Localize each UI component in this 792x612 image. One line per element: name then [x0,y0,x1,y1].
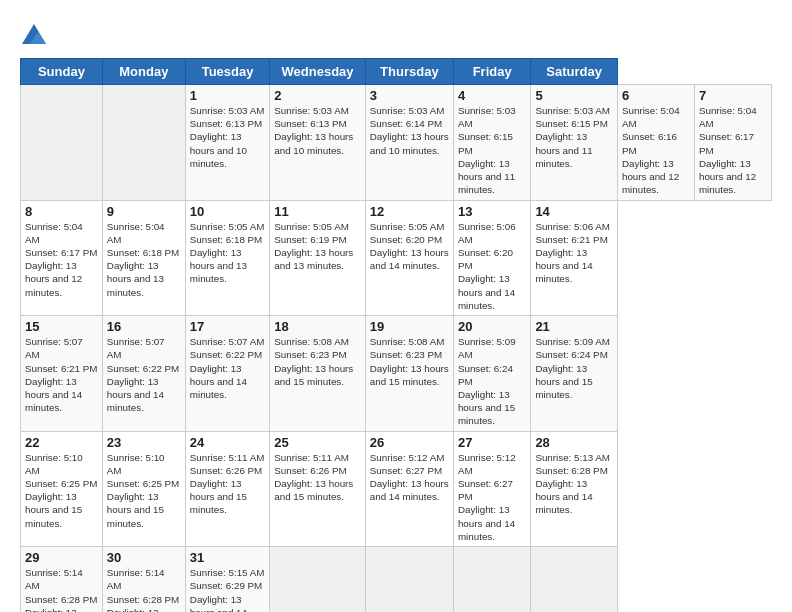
calendar-cell: 25Sunrise: 5:11 AMSunset: 6:26 PMDayligh… [270,431,366,547]
calendar-cell: 27Sunrise: 5:12 AMSunset: 6:27 PMDayligh… [453,431,530,547]
day-number: 4 [458,88,526,103]
day-number: 13 [458,204,526,219]
day-info: Sunrise: 5:08 AMSunset: 6:23 PMDaylight:… [370,335,449,388]
day-number: 16 [107,319,181,334]
calendar-body: 1Sunrise: 5:03 AMSunset: 6:13 PMDaylight… [21,85,772,613]
day-number: 28 [535,435,613,450]
day-info: Sunrise: 5:03 AMSunset: 6:15 PMDaylight:… [535,104,613,170]
calendar-cell: 23Sunrise: 5:10 AMSunset: 6:25 PMDayligh… [102,431,185,547]
day-number: 24 [190,435,265,450]
day-number: 20 [458,319,526,334]
calendar-cell [270,547,366,612]
day-number: 27 [458,435,526,450]
day-info: Sunrise: 5:03 AMSunset: 6:13 PMDaylight:… [274,104,361,157]
day-number: 21 [535,319,613,334]
day-number: 8 [25,204,98,219]
day-number: 17 [190,319,265,334]
calendar-cell: 14Sunrise: 5:06 AMSunset: 6:21 PMDayligh… [531,200,618,316]
calendar-cell: 29Sunrise: 5:14 AMSunset: 6:28 PMDayligh… [21,547,103,612]
day-number: 23 [107,435,181,450]
calendar-week-row: 22Sunrise: 5:10 AMSunset: 6:25 PMDayligh… [21,431,772,547]
calendar-cell: 30Sunrise: 5:14 AMSunset: 6:28 PMDayligh… [102,547,185,612]
calendar-week-row: 29Sunrise: 5:14 AMSunset: 6:28 PMDayligh… [21,547,772,612]
calendar-cell: 20Sunrise: 5:09 AMSunset: 6:24 PMDayligh… [453,316,530,432]
day-info: Sunrise: 5:11 AMSunset: 6:26 PMDaylight:… [190,451,265,517]
day-of-week-header: Thursday [365,59,453,85]
day-number: 25 [274,435,361,450]
day-info: Sunrise: 5:14 AMSunset: 6:28 PMDaylight:… [25,566,98,612]
day-info: Sunrise: 5:10 AMSunset: 6:25 PMDaylight:… [25,451,98,530]
calendar-cell [21,85,103,201]
logo [20,22,52,50]
calendar-cell: 26Sunrise: 5:12 AMSunset: 6:27 PMDayligh… [365,431,453,547]
day-number: 7 [699,88,767,103]
day-info: Sunrise: 5:09 AMSunset: 6:24 PMDaylight:… [535,335,613,401]
calendar-header: SundayMondayTuesdayWednesdayThursdayFrid… [21,59,772,85]
calendar-cell: 8Sunrise: 5:04 AMSunset: 6:17 PMDaylight… [21,200,103,316]
calendar-cell: 3Sunrise: 5:03 AMSunset: 6:14 PMDaylight… [365,85,453,201]
day-info: Sunrise: 5:03 AMSunset: 6:14 PMDaylight:… [370,104,449,157]
day-info: Sunrise: 5:07 AMSunset: 6:22 PMDaylight:… [107,335,181,414]
day-info: Sunrise: 5:03 AMSunset: 6:13 PMDaylight:… [190,104,265,170]
day-number: 14 [535,204,613,219]
calendar-cell: 6Sunrise: 5:04 AMSunset: 6:16 PMDaylight… [617,85,694,201]
calendar-cell: 11Sunrise: 5:05 AMSunset: 6:19 PMDayligh… [270,200,366,316]
calendar-cell: 10Sunrise: 5:05 AMSunset: 6:18 PMDayligh… [185,200,269,316]
calendar-cell: 15Sunrise: 5:07 AMSunset: 6:21 PMDayligh… [21,316,103,432]
calendar-cell [365,547,453,612]
day-number: 10 [190,204,265,219]
day-number: 19 [370,319,449,334]
day-info: Sunrise: 5:12 AMSunset: 6:27 PMDaylight:… [370,451,449,504]
day-number: 11 [274,204,361,219]
day-info: Sunrise: 5:05 AMSunset: 6:19 PMDaylight:… [274,220,361,273]
day-number: 31 [190,550,265,565]
day-of-week-header: Saturday [531,59,618,85]
calendar-cell: 31Sunrise: 5:15 AMSunset: 6:29 PMDayligh… [185,547,269,612]
day-info: Sunrise: 5:13 AMSunset: 6:28 PMDaylight:… [535,451,613,517]
calendar-cell: 2Sunrise: 5:03 AMSunset: 6:13 PMDaylight… [270,85,366,201]
day-of-week-header: Friday [453,59,530,85]
day-of-week-header: Monday [102,59,185,85]
calendar-cell: 9Sunrise: 5:04 AMSunset: 6:18 PMDaylight… [102,200,185,316]
calendar-cell [102,85,185,201]
calendar-week-row: 8Sunrise: 5:04 AMSunset: 6:17 PMDaylight… [21,200,772,316]
calendar-cell [531,547,618,612]
day-number: 15 [25,319,98,334]
calendar-cell: 22Sunrise: 5:10 AMSunset: 6:25 PMDayligh… [21,431,103,547]
calendar-week-row: 15Sunrise: 5:07 AMSunset: 6:21 PMDayligh… [21,316,772,432]
day-number: 2 [274,88,361,103]
day-number: 9 [107,204,181,219]
day-info: Sunrise: 5:07 AMSunset: 6:22 PMDaylight:… [190,335,265,401]
calendar-cell: 7Sunrise: 5:04 AMSunset: 6:17 PMDaylight… [694,85,771,201]
calendar-cell: 18Sunrise: 5:08 AMSunset: 6:23 PMDayligh… [270,316,366,432]
calendar-cell: 5Sunrise: 5:03 AMSunset: 6:15 PMDaylight… [531,85,618,201]
calendar-cell [453,547,530,612]
calendar-cell: 13Sunrise: 5:06 AMSunset: 6:20 PMDayligh… [453,200,530,316]
day-number: 26 [370,435,449,450]
calendar-cell: 4Sunrise: 5:03 AMSunset: 6:15 PMDaylight… [453,85,530,201]
logo-icon [20,22,48,50]
day-info: Sunrise: 5:04 AMSunset: 6:16 PMDaylight:… [622,104,690,197]
day-info: Sunrise: 5:08 AMSunset: 6:23 PMDaylight:… [274,335,361,388]
day-number: 22 [25,435,98,450]
day-number: 3 [370,88,449,103]
day-number: 1 [190,88,265,103]
day-number: 12 [370,204,449,219]
header [20,18,772,50]
calendar-table: SundayMondayTuesdayWednesdayThursdayFrid… [20,58,772,612]
page: SundayMondayTuesdayWednesdayThursdayFrid… [0,0,792,612]
day-info: Sunrise: 5:07 AMSunset: 6:21 PMDaylight:… [25,335,98,414]
calendar-cell: 24Sunrise: 5:11 AMSunset: 6:26 PMDayligh… [185,431,269,547]
day-info: Sunrise: 5:04 AMSunset: 6:17 PMDaylight:… [699,104,767,197]
day-number: 5 [535,88,613,103]
day-info: Sunrise: 5:06 AMSunset: 6:20 PMDaylight:… [458,220,526,313]
calendar-cell: 17Sunrise: 5:07 AMSunset: 6:22 PMDayligh… [185,316,269,432]
day-info: Sunrise: 5:15 AMSunset: 6:29 PMDaylight:… [190,566,265,612]
day-info: Sunrise: 5:04 AMSunset: 6:18 PMDaylight:… [107,220,181,299]
day-info: Sunrise: 5:05 AMSunset: 6:18 PMDaylight:… [190,220,265,286]
day-number: 30 [107,550,181,565]
calendar-cell: 12Sunrise: 5:05 AMSunset: 6:20 PMDayligh… [365,200,453,316]
day-info: Sunrise: 5:12 AMSunset: 6:27 PMDaylight:… [458,451,526,544]
day-info: Sunrise: 5:14 AMSunset: 6:28 PMDaylight:… [107,566,181,612]
day-number: 29 [25,550,98,565]
